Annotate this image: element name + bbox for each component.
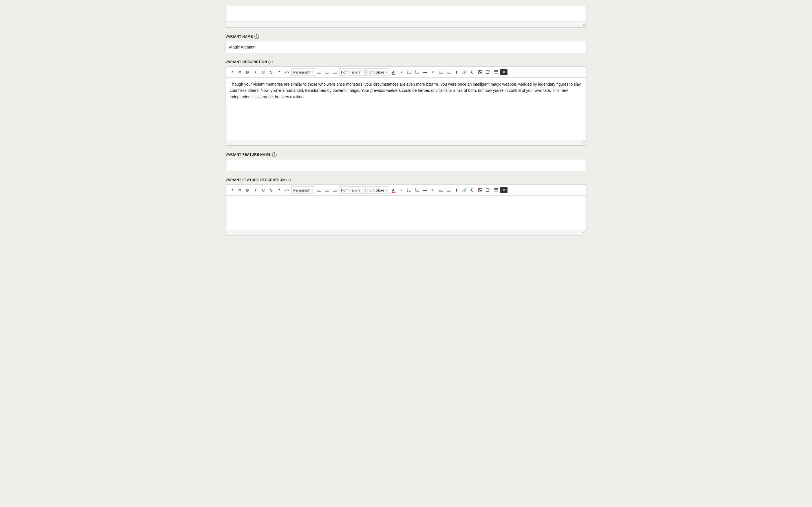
variant-description-label-text: VARIANT DESCRIPTION xyxy=(225,60,267,64)
vfd-embed-btn[interactable] xyxy=(492,186,500,194)
top-textarea-resize xyxy=(225,22,587,27)
embed-btn[interactable] xyxy=(492,68,500,76)
variant-feature-description-content[interactable] xyxy=(226,196,586,230)
vfd-font-color-a: A xyxy=(392,188,395,192)
variant-description-toolbar: ↺ ⧉ B I U S ❝ </> Paragraph ▾ xyxy=(226,67,586,78)
vfd-italic-btn[interactable]: I xyxy=(252,186,259,194)
vfd-align-center-btn[interactable] xyxy=(323,186,331,194)
outdent-btn[interactable] xyxy=(437,68,444,76)
vfd-font-sizes-dropdown-arrow: ▾ xyxy=(386,189,387,191)
variant-feature-description-resize xyxy=(226,230,586,235)
vfd-underline-btn[interactable]: U xyxy=(260,186,267,194)
variant-feature-name-input[interactable] xyxy=(225,159,587,171)
font-sizes-dropdown[interactable]: Font Sizes ▾ xyxy=(365,68,389,76)
vfd-font-sizes-label: Font Sizes xyxy=(367,188,385,192)
vfd-exclaim-btn[interactable]: ! xyxy=(453,186,460,194)
undo-btn[interactable]: ↺ xyxy=(228,68,236,76)
indent-btn[interactable] xyxy=(445,68,452,76)
vfd-align-left-btn[interactable] xyxy=(315,186,323,194)
vfd-paragraph-dropdown-arrow: ▾ xyxy=(312,189,313,191)
vfd-list-ul-btn[interactable] xyxy=(405,186,413,194)
vfd-remove-format-btn[interactable]: ✕ xyxy=(500,187,507,193)
svg-text:3.: 3. xyxy=(415,190,416,192)
variant-name-input[interactable] xyxy=(225,41,587,53)
variant-name-section: VARIANT NAME ? xyxy=(225,34,587,53)
vfd-indent-decrease-btn[interactable]: — xyxy=(421,186,428,194)
vfd-font-sizes-dropdown[interactable]: Font Sizes ▾ xyxy=(365,186,389,194)
top-partial-textarea[interactable] xyxy=(225,6,587,21)
align-right-btn[interactable] xyxy=(331,68,339,76)
exclaim-btn[interactable]: ! xyxy=(453,68,460,76)
italic-btn[interactable]: I xyxy=(252,68,259,76)
variant-feature-description-section: VARIANT FEATURE DESCRIPTION ? ↺ ⧉ B I U … xyxy=(225,178,587,235)
variant-feature-name-section: VARIANT FEATURE NAME ? xyxy=(225,152,587,171)
top-partial-section xyxy=(225,6,587,27)
code-btn[interactable]: </> xyxy=(283,68,291,76)
variant-feature-description-toolbar: ↺ ⧉ B I U S ❝ </> Paragraph ▾ xyxy=(226,185,586,196)
variant-name-help-icon[interactable]: ? xyxy=(254,34,259,39)
variant-feature-description-help-icon[interactable]: ? xyxy=(286,178,291,182)
vfd-undo-btn[interactable]: ↺ xyxy=(228,186,236,194)
paragraph-dropdown-arrow: ▾ xyxy=(312,71,313,73)
variant-feature-name-help-icon[interactable]: ? xyxy=(272,152,276,157)
vfd-font-color-bar xyxy=(392,192,395,193)
svg-line-27 xyxy=(471,72,472,73)
underline-btn[interactable]: U xyxy=(260,68,267,76)
vfd-indent-btn[interactable] xyxy=(445,186,452,194)
vfd-font-color-btn[interactable]: A xyxy=(390,186,397,194)
font-color-dropdown-btn[interactable]: ▾ xyxy=(398,68,405,76)
list-ol-btn[interactable]: 1.2.3. xyxy=(413,68,421,76)
variant-description-section: VARIANT DESCRIPTION ? ↺ ⧉ B I U S ❝ </> … xyxy=(225,60,587,146)
vfd-copy-btn[interactable]: ⧉ xyxy=(236,186,243,194)
copy-btn[interactable]: ⧉ xyxy=(236,68,243,76)
vfd-quote-btn[interactable]: ❝ xyxy=(275,186,283,194)
vfd-unlink-btn[interactable] xyxy=(469,186,476,194)
font-family-dropdown[interactable]: Font Family ▾ xyxy=(339,68,365,76)
image-btn[interactable] xyxy=(476,68,484,76)
font-family-label: Font Family xyxy=(341,70,360,74)
vfd-strikethrough-btn[interactable]: S xyxy=(267,186,275,194)
variant-name-label: VARIANT NAME ? xyxy=(225,34,587,39)
svg-point-11 xyxy=(407,72,408,73)
vfd-paragraph-dropdown[interactable]: Paragraph ▾ xyxy=(291,186,315,194)
vfd-list-ol-btn[interactable]: 1.2.3. xyxy=(413,186,421,194)
font-sizes-label: Font Sizes xyxy=(367,70,385,74)
variant-feature-description-label-text: VARIANT FEATURE DESCRIPTION xyxy=(225,178,285,182)
indent-decrease-btn[interactable]: — xyxy=(421,68,428,76)
vfd-image-btn[interactable] xyxy=(476,186,484,194)
variant-feature-name-label-text: VARIANT FEATURE NAME xyxy=(225,153,271,157)
font-color-btn[interactable]: A xyxy=(390,68,397,76)
svg-rect-30 xyxy=(486,71,489,73)
svg-line-61 xyxy=(471,190,472,191)
vfd-code-btn[interactable]: </> xyxy=(283,186,291,194)
vfd-font-color-dropdown-btn[interactable]: ▾ xyxy=(398,186,405,194)
vfd-pen-btn[interactable]: ✏ xyxy=(429,186,437,194)
quote-btn[interactable]: ❝ xyxy=(275,68,283,76)
variant-description-help-icon[interactable]: ? xyxy=(268,60,273,64)
list-ul-btn[interactable] xyxy=(405,68,413,76)
vfd-font-family-dropdown[interactable]: Font Family ▾ xyxy=(339,186,365,194)
variant-name-label-text: VARIANT NAME xyxy=(225,35,253,39)
video-btn[interactable] xyxy=(485,68,492,76)
variant-description-content[interactable]: Though your violent memories are similar… xyxy=(226,78,586,140)
strikethrough-btn[interactable]: S xyxy=(267,68,275,76)
variant-feature-description-label: VARIANT FEATURE DESCRIPTION ? xyxy=(225,178,587,182)
svg-rect-65 xyxy=(494,188,498,192)
vfd-align-right-btn[interactable] xyxy=(331,186,339,194)
vfd-link-btn[interactable]: 🔗 xyxy=(461,186,468,194)
unlink-btn[interactable] xyxy=(469,68,476,76)
vfd-bold-btn[interactable]: B xyxy=(244,186,251,194)
remove-format-btn[interactable]: ✕ xyxy=(500,69,507,75)
svg-rect-31 xyxy=(494,70,498,74)
align-left-btn[interactable] xyxy=(315,68,323,76)
vfd-font-family-label: Font Family xyxy=(341,188,360,192)
paragraph-dropdown[interactable]: Paragraph ▾ xyxy=(291,68,315,76)
bold-btn[interactable]: B xyxy=(244,68,251,76)
svg-text:3.: 3. xyxy=(415,72,416,74)
align-center-btn[interactable] xyxy=(323,68,331,76)
vfd-video-btn[interactable] xyxy=(485,186,492,194)
link-btn[interactable]: 🔗 xyxy=(461,68,468,76)
vfd-outdent-btn[interactable] xyxy=(437,186,444,194)
pen-btn[interactable]: ✏ xyxy=(429,68,437,76)
variant-description-resize xyxy=(226,140,586,145)
